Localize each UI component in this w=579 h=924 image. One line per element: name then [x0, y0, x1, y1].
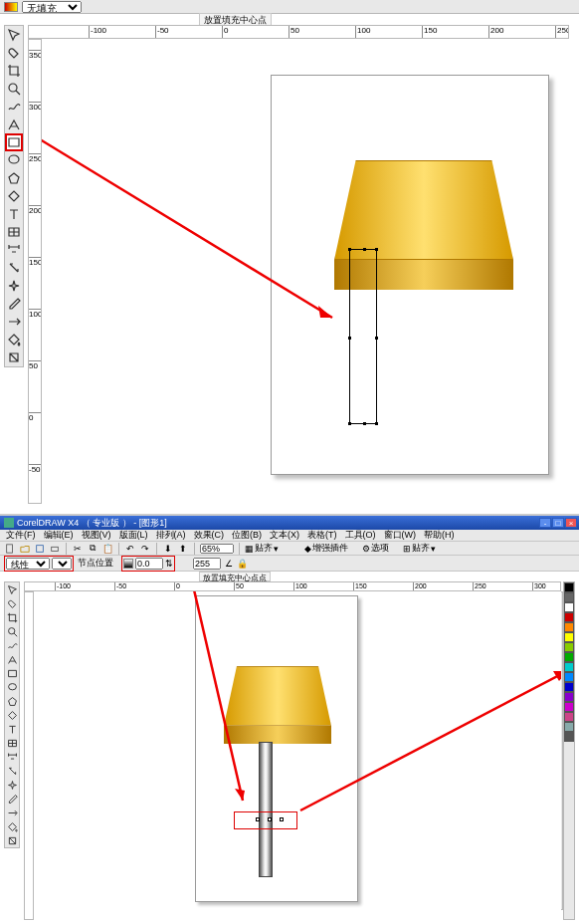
- color-swatch[interactable]: [564, 602, 574, 612]
- color-swatch[interactable]: [564, 732, 574, 742]
- ellipse-icon[interactable]: [5, 151, 23, 169]
- effects-icon[interactable]: [5, 778, 19, 792]
- angle-icon[interactable]: ∠: [225, 559, 233, 569]
- shape-icon[interactable]: [5, 44, 23, 62]
- drawing-canvas[interactable]: [42, 39, 569, 504]
- print-icon[interactable]: [49, 543, 61, 555]
- freehand-icon[interactable]: [5, 638, 19, 652]
- menu-item[interactable]: 工具(O): [345, 529, 376, 542]
- paste-icon[interactable]: 📋: [101, 543, 113, 555]
- zoom-icon[interactable]: [5, 624, 19, 638]
- menu-item[interactable]: 帮助(H): [424, 529, 455, 542]
- menu-item[interactable]: 编辑(E): [44, 529, 74, 542]
- color-swatch[interactable]: [564, 722, 574, 732]
- selected-rectangle[interactable]: [349, 249, 377, 424]
- export-icon[interactable]: ⬆: [177, 543, 189, 555]
- snap-button[interactable]: ▦ 贴齐 ▾: [245, 542, 279, 555]
- pick-icon[interactable]: [5, 26, 23, 44]
- table-icon[interactable]: [5, 736, 19, 750]
- stepper-icon[interactable]: ⇅: [165, 559, 173, 569]
- color-swatch[interactable]: [564, 682, 574, 692]
- smart-draw-icon[interactable]: [5, 116, 23, 133]
- crop-icon[interactable]: [5, 610, 19, 624]
- align-button[interactable]: ⊞ 贴齐 ▾: [403, 542, 436, 555]
- color-swatch[interactable]: [564, 652, 574, 662]
- eyedropper-icon[interactable]: [5, 792, 19, 806]
- copy-icon[interactable]: ⧉: [87, 543, 98, 555]
- effects-icon[interactable]: [5, 277, 23, 295]
- menu-item[interactable]: 文本(X): [270, 529, 299, 542]
- fill-icon[interactable]: [5, 819, 19, 833]
- menu-item[interactable]: 视图(V): [82, 529, 111, 542]
- smart-draw-icon[interactable]: [5, 652, 19, 666]
- menu-item[interactable]: 版面(L): [119, 529, 148, 542]
- interactive-fill-icon[interactable]: [5, 348, 23, 366]
- other-input[interactable]: [193, 558, 221, 570]
- menu-item[interactable]: 效果(C): [194, 529, 225, 542]
- menu-item[interactable]: 表格(T): [307, 529, 337, 542]
- crop-icon[interactable]: [5, 62, 23, 80]
- open-icon[interactable]: [19, 543, 31, 555]
- basic-shapes-icon[interactable]: [5, 187, 23, 205]
- outline-icon[interactable]: [5, 313, 23, 331]
- basic-shapes-icon[interactable]: [5, 708, 19, 722]
- metal-pole[interactable]: [259, 742, 273, 877]
- color-swatch[interactable]: [564, 582, 574, 592]
- color-swatch[interactable]: [564, 702, 574, 712]
- zoom-input[interactable]: [200, 544, 234, 554]
- redo-icon[interactable]: ↷: [139, 543, 151, 555]
- interactive-fill-icon[interactable]: [5, 833, 19, 847]
- ellipse-icon[interactable]: [5, 680, 19, 694]
- shape-icon[interactable]: [5, 596, 19, 610]
- color-swatch[interactable]: [564, 592, 574, 602]
- fill-type-select[interactable]: 线性: [6, 558, 50, 570]
- color-swatch[interactable]: [564, 692, 574, 702]
- import-icon[interactable]: ⬇: [162, 543, 174, 555]
- connector-icon[interactable]: [5, 259, 23, 277]
- gradient-preview[interactable]: [123, 559, 133, 569]
- fill-swatch[interactable]: [4, 2, 18, 12]
- dimension-icon[interactable]: [5, 241, 23, 259]
- text-icon[interactable]: [5, 722, 19, 736]
- zoom-icon[interactable]: [5, 80, 23, 98]
- color-swatch[interactable]: [564, 662, 574, 672]
- menu-item[interactable]: 窗口(W): [384, 529, 417, 542]
- freehand-icon[interactable]: [5, 98, 23, 116]
- lock-icon[interactable]: 🔒: [237, 559, 248, 569]
- color-swatch[interactable]: [564, 642, 574, 652]
- connector-icon[interactable]: [5, 764, 19, 778]
- fill-type-select[interactable]: 无填充: [22, 1, 82, 13]
- outline-icon[interactable]: [5, 806, 19, 819]
- enhance-button[interactable]: ◆ 增强插件: [304, 542, 348, 555]
- fill-subtype-select[interactable]: ▾: [52, 558, 72, 570]
- undo-icon[interactable]: ↶: [124, 543, 136, 555]
- polygon-icon[interactable]: [5, 169, 23, 187]
- options-button[interactable]: ⚙ 选项: [362, 542, 389, 555]
- fill-icon[interactable]: [5, 331, 23, 348]
- save-icon[interactable]: [34, 543, 46, 555]
- gradient-nodes[interactable]: [256, 817, 284, 821]
- menu-item[interactable]: 位图(B): [232, 529, 262, 542]
- minimize-button[interactable]: -: [539, 518, 551, 528]
- menu-item[interactable]: 排列(A): [156, 529, 186, 542]
- maximize-button[interactable]: □: [552, 518, 564, 528]
- menu-item[interactable]: 文件(F): [6, 529, 36, 542]
- drawing-canvas-2[interactable]: [34, 591, 561, 920]
- color-swatch[interactable]: [564, 632, 574, 642]
- rectangle-icon[interactable]: [5, 666, 19, 680]
- color-swatch[interactable]: [564, 612, 574, 622]
- color-swatch[interactable]: [564, 622, 574, 632]
- cut-icon[interactable]: ✂: [72, 543, 84, 555]
- table-icon[interactable]: [5, 223, 23, 241]
- dimension-icon[interactable]: [5, 750, 19, 764]
- polygon-icon[interactable]: [5, 694, 19, 708]
- new-icon[interactable]: [4, 543, 16, 555]
- node-value-input[interactable]: [135, 558, 163, 570]
- rectangle-icon[interactable]: [5, 133, 23, 151]
- eyedropper-icon[interactable]: [5, 295, 23, 313]
- pick-icon[interactable]: [5, 582, 19, 596]
- color-swatch[interactable]: [564, 712, 574, 722]
- color-swatch[interactable]: [564, 672, 574, 682]
- text-icon[interactable]: [5, 205, 23, 223]
- close-button[interactable]: ×: [565, 518, 577, 528]
